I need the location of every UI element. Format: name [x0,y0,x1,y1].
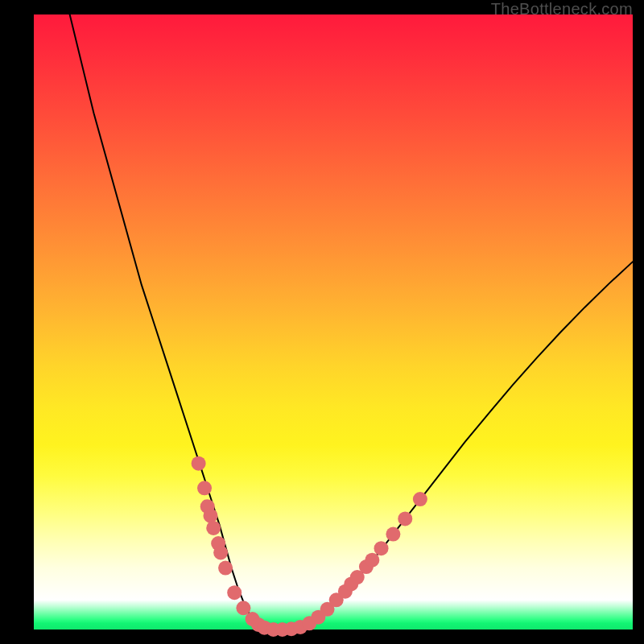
data-marker [398,511,412,526]
data-marker [197,481,212,495]
bottleneck-curve [70,14,633,630]
data-marker [413,492,427,506]
chart-svg [34,14,633,630]
data-marker [203,509,217,523]
data-marker [386,527,400,542]
chart-frame: TheBottleneck.com [0,0,644,644]
data-marker [365,553,379,568]
data-marker [227,585,242,600]
data-marker [374,541,389,555]
data-markers [192,456,427,637]
watermark-text: TheBottleneck.com [491,0,633,19]
data-marker [213,546,228,560]
data-marker [206,521,221,535]
plot-area [34,14,633,630]
data-marker [192,456,206,471]
data-marker [218,561,233,576]
